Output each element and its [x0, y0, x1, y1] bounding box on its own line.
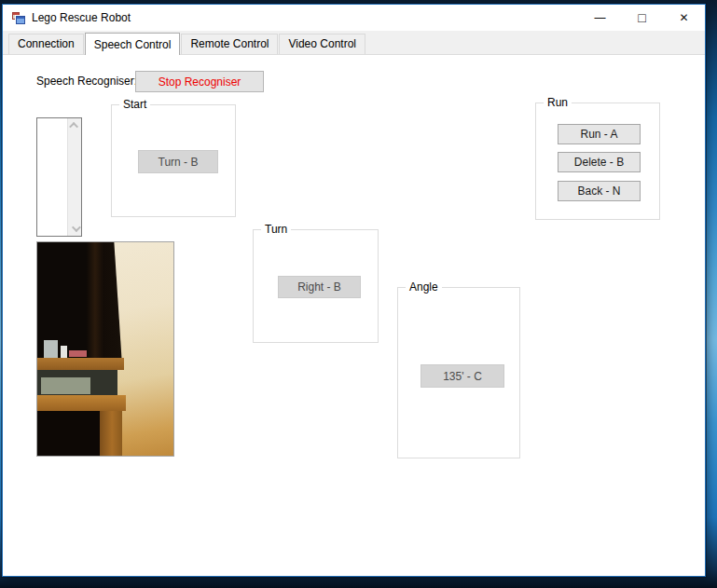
listbox-scrollbar[interactable]	[67, 118, 81, 236]
group-run-title: Run	[544, 96, 572, 109]
scroll-up-icon[interactable]	[69, 122, 78, 131]
group-run: Run Run - A Delete - B Back - N	[535, 103, 660, 220]
tab-strip: Connection Speech Control Remote Control…	[3, 31, 705, 54]
tab-remote-control[interactable]: Remote Control	[181, 34, 278, 54]
title-bar[interactable]: Lego Rescue Robot — □ ✕	[3, 5, 705, 31]
group-start-title: Start	[119, 98, 150, 111]
minimize-icon[interactable]: —	[579, 5, 621, 31]
photo-wood-shelf-top	[37, 358, 124, 371]
back-n-button[interactable]: Back - N	[558, 181, 641, 201]
tab-speech-control[interactable]: Speech Control	[85, 33, 181, 55]
tab-connection[interactable]: Connection	[8, 34, 84, 54]
photo-recess-box	[41, 377, 90, 393]
photo-bottom-shadow	[37, 411, 100, 456]
delete-b-button[interactable]: Delete - B	[558, 152, 641, 172]
right-b-button[interactable]: Right - B	[278, 276, 361, 298]
caption-buttons: — □ ✕	[579, 5, 705, 31]
speech-command-listbox[interactable]	[36, 117, 82, 237]
photo-wood-pillar	[100, 411, 121, 456]
photo-small-box	[44, 340, 58, 357]
app-icon	[11, 10, 26, 25]
listbox-items	[37, 118, 67, 236]
window-title: Lego Rescue Robot	[32, 11, 131, 24]
photo-wood-shelf-bottom	[37, 395, 126, 411]
app-window: Lego Rescue Robot — □ ✕ Connection Speec…	[2, 4, 706, 577]
speech-control-page: Speech Recogniser: Stop Recogniser Start…	[3, 54, 705, 576]
camera-image	[36, 241, 174, 457]
photo-pink-item	[69, 350, 87, 357]
group-turn: Turn Right - B	[253, 229, 379, 343]
group-angle: Angle 135' - C	[397, 287, 520, 458]
run-a-button[interactable]: Run - A	[558, 124, 641, 144]
close-icon[interactable]: ✕	[663, 5, 705, 31]
group-turn-title: Turn	[261, 223, 291, 236]
stop-recogniser-button[interactable]: Stop Recogniser	[135, 71, 264, 92]
group-angle-title: Angle	[406, 280, 442, 294]
speech-recogniser-label: Speech Recogniser:	[36, 75, 137, 88]
angle-135-c-button[interactable]: 135' - C	[421, 364, 504, 388]
group-start: Start Turn - B	[111, 104, 236, 217]
maximize-icon[interactable]: □	[621, 5, 663, 31]
photo-small-white-item	[61, 346, 67, 358]
scroll-down-icon[interactable]	[71, 223, 80, 232]
turn-b-button[interactable]: Turn - B	[138, 150, 218, 173]
tab-video-control[interactable]: Video Control	[279, 34, 365, 54]
